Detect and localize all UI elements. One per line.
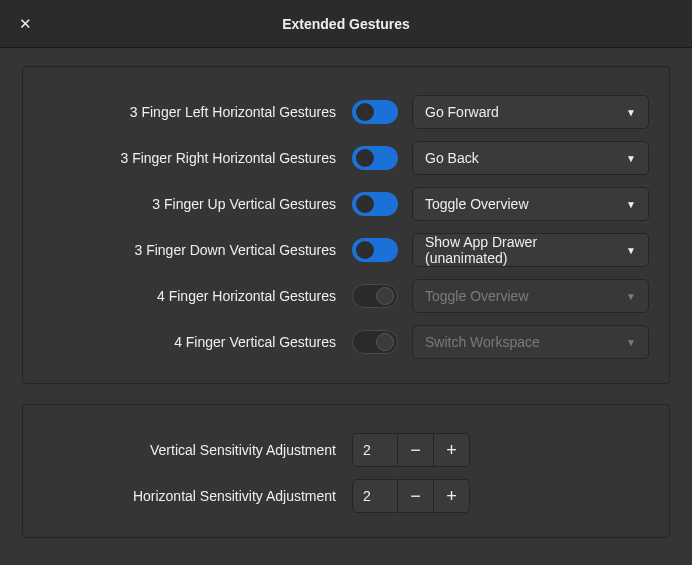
gesture-action-dropdown-3-left[interactable]: Go Forward ▼ bbox=[412, 95, 649, 129]
gesture-row: 3 Finger Down Vertical Gestures Show App… bbox=[43, 233, 649, 267]
gesture-row: 3 Finger Left Horizontal Gestures Go For… bbox=[43, 95, 649, 129]
plus-icon: + bbox=[446, 440, 457, 461]
spinner-value[interactable]: 2 bbox=[352, 479, 398, 513]
gesture-label: 3 Finger Down Vertical Gestures bbox=[43, 242, 338, 258]
dropdown-value: Toggle Overview bbox=[425, 288, 529, 304]
gesture-toggle-3-left[interactable] bbox=[352, 100, 398, 124]
spinner-decrement-button[interactable]: − bbox=[398, 433, 434, 467]
toggle-knob bbox=[356, 149, 374, 167]
content-area: 3 Finger Left Horizontal Gestures Go For… bbox=[0, 48, 692, 565]
chevron-down-icon: ▼ bbox=[626, 153, 636, 164]
gesture-label: 3 Finger Left Horizontal Gestures bbox=[43, 104, 338, 120]
gesture-row: 3 Finger Right Horizontal Gestures Go Ba… bbox=[43, 141, 649, 175]
chevron-down-icon: ▼ bbox=[626, 291, 636, 302]
chevron-down-icon: ▼ bbox=[626, 245, 636, 256]
gesture-row: 4 Finger Vertical Gestures Switch Worksp… bbox=[43, 325, 649, 359]
minus-icon: − bbox=[410, 486, 421, 507]
sensitivity-panel: Vertical Sensitivity Adjustment 2 − + Ho… bbox=[22, 404, 670, 538]
plus-icon: + bbox=[446, 486, 457, 507]
sensitivity-row: Horizontal Sensitivity Adjustment 2 − + bbox=[43, 479, 649, 513]
gesture-toggle-3-down[interactable] bbox=[352, 238, 398, 262]
gesture-toggle-3-up[interactable] bbox=[352, 192, 398, 216]
gesture-toggle-3-right[interactable] bbox=[352, 146, 398, 170]
toggle-knob bbox=[356, 195, 374, 213]
gesture-action-dropdown-3-up[interactable]: Toggle Overview ▼ bbox=[412, 187, 649, 221]
gesture-label: 3 Finger Right Horizontal Gestures bbox=[43, 150, 338, 166]
sensitivity-label: Horizontal Sensitivity Adjustment bbox=[43, 488, 338, 504]
close-icon: ✕ bbox=[19, 16, 32, 31]
spinner-increment-button[interactable]: + bbox=[434, 433, 470, 467]
gestures-panel: 3 Finger Left Horizontal Gestures Go For… bbox=[22, 66, 670, 384]
dropdown-value: Show App Drawer (unanimated) bbox=[425, 234, 620, 266]
gesture-action-dropdown-4-vertical: Switch Workspace ▼ bbox=[412, 325, 649, 359]
sensitivity-row: Vertical Sensitivity Adjustment 2 − + bbox=[43, 433, 649, 467]
toggle-knob bbox=[376, 287, 394, 305]
minus-icon: − bbox=[410, 440, 421, 461]
toggle-knob bbox=[356, 103, 374, 121]
gesture-action-dropdown-3-down[interactable]: Show App Drawer (unanimated) ▼ bbox=[412, 233, 649, 267]
sensitivity-label: Vertical Sensitivity Adjustment bbox=[43, 442, 338, 458]
spinner-decrement-button[interactable]: − bbox=[398, 479, 434, 513]
dropdown-value: Go Back bbox=[425, 150, 479, 166]
chevron-down-icon: ▼ bbox=[626, 199, 636, 210]
gesture-row: 3 Finger Up Vertical Gestures Toggle Ove… bbox=[43, 187, 649, 221]
horizontal-sensitivity-spinner: 2 − + bbox=[352, 479, 470, 513]
titlebar: ✕ Extended Gestures bbox=[0, 0, 692, 48]
gesture-action-dropdown-4-horizontal: Toggle Overview ▼ bbox=[412, 279, 649, 313]
toggle-knob bbox=[376, 333, 394, 351]
close-button[interactable]: ✕ bbox=[14, 13, 36, 35]
gesture-label: 4 Finger Horizontal Gestures bbox=[43, 288, 338, 304]
spinner-value[interactable]: 2 bbox=[352, 433, 398, 467]
chevron-down-icon: ▼ bbox=[626, 337, 636, 348]
dropdown-value: Switch Workspace bbox=[425, 334, 540, 350]
gesture-row: 4 Finger Horizontal Gestures Toggle Over… bbox=[43, 279, 649, 313]
gesture-action-dropdown-3-right[interactable]: Go Back ▼ bbox=[412, 141, 649, 175]
toggle-knob bbox=[356, 241, 374, 259]
dropdown-value: Toggle Overview bbox=[425, 196, 529, 212]
dropdown-value: Go Forward bbox=[425, 104, 499, 120]
gesture-toggle-4-horizontal[interactable] bbox=[352, 284, 398, 308]
vertical-sensitivity-spinner: 2 − + bbox=[352, 433, 470, 467]
chevron-down-icon: ▼ bbox=[626, 107, 636, 118]
window-title: Extended Gestures bbox=[0, 16, 692, 32]
spinner-increment-button[interactable]: + bbox=[434, 479, 470, 513]
gesture-toggle-4-vertical[interactable] bbox=[352, 330, 398, 354]
gesture-label: 3 Finger Up Vertical Gestures bbox=[43, 196, 338, 212]
gesture-label: 4 Finger Vertical Gestures bbox=[43, 334, 338, 350]
